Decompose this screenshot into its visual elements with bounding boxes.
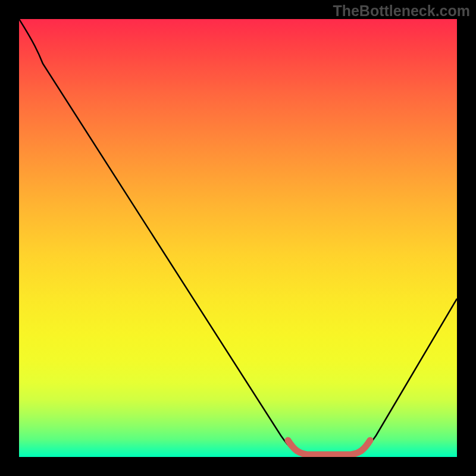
highlight-segment xyxy=(288,440,370,455)
watermark-text: TheBottleneck.com xyxy=(333,2,470,20)
main-curve xyxy=(19,19,457,455)
chart-svg xyxy=(19,19,457,457)
chart-container: TheBottleneck.com xyxy=(0,0,476,476)
